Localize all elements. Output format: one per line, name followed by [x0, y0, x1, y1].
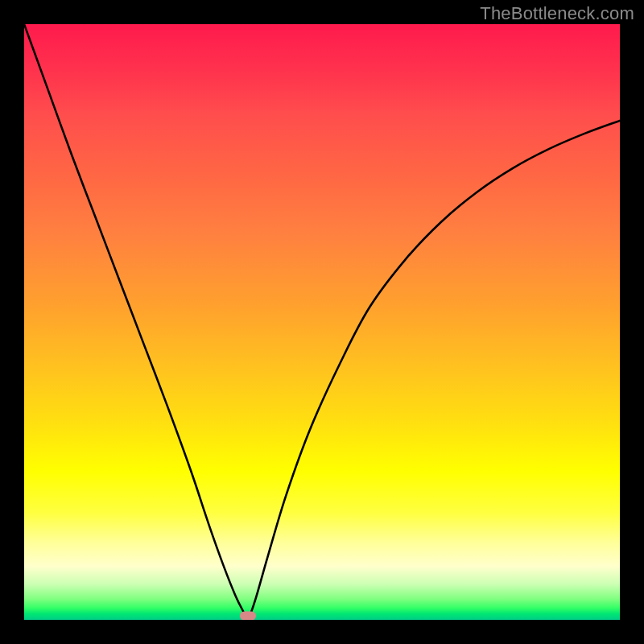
plot-area — [24, 24, 620, 620]
watermark-text: TheBottleneck.com — [480, 3, 634, 24]
bottleneck-curve — [24, 24, 620, 620]
chart-frame: TheBottleneck.com — [0, 0, 644, 644]
optimal-point-marker — [240, 611, 256, 620]
